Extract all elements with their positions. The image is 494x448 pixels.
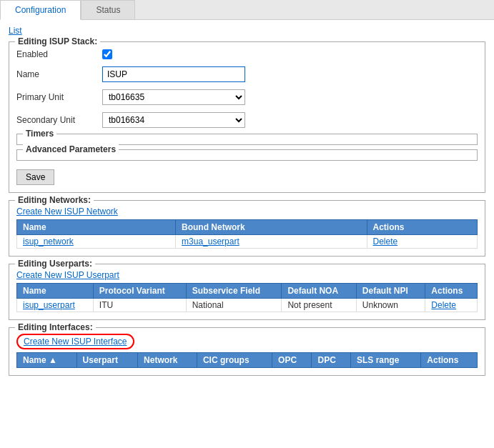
tab-configuration[interactable]: Configuration bbox=[0, 0, 81, 20]
network-bound-link[interactable]: m3ua_userpart bbox=[182, 237, 239, 247]
userpart-col-name: Name bbox=[17, 284, 94, 299]
create-interface-link[interactable]: Create New ISUP Interface bbox=[16, 334, 134, 349]
networks-table: Name Bound Network Actions isup_network … bbox=[16, 219, 478, 249]
advanced-parameters-label: Advanced Parameters bbox=[23, 144, 119, 154]
primary-unit-select[interactable]: tb016635 tb016634 bbox=[102, 89, 245, 105]
networks-section: Editing Networks: Create New ISUP Networ… bbox=[9, 200, 485, 257]
name-label: Name bbox=[16, 69, 102, 79]
enabled-label: Enabled bbox=[16, 49, 102, 59]
userpart-name-link[interactable]: isup_userpart bbox=[23, 300, 75, 310]
table-row: isup_userpart ITU National Not present U… bbox=[17, 299, 478, 312]
userpart-protocol: ITU bbox=[93, 299, 186, 312]
interface-col-userpart: Userpart bbox=[76, 353, 137, 368]
userpart-noa: Not present bbox=[282, 299, 356, 312]
interface-col-actions: Actions bbox=[421, 353, 478, 368]
name-input[interactable] bbox=[102, 66, 245, 82]
create-userpart-link[interactable]: Create New ISUP Userpart bbox=[16, 270, 119, 280]
networks-col-name: Name bbox=[17, 220, 176, 235]
userpart-subservice: National bbox=[186, 299, 282, 312]
networks-col-actions: Actions bbox=[367, 220, 477, 235]
network-delete-link[interactable]: Delete bbox=[373, 237, 398, 247]
userpart-col-actions: Actions bbox=[425, 284, 478, 299]
network-name-link[interactable]: isup_network bbox=[23, 237, 74, 247]
primary-unit-row: Primary Unit tb016635 tb016634 bbox=[16, 88, 478, 106]
primary-unit-label: Primary Unit bbox=[16, 92, 102, 102]
userpart-npi: Unknown bbox=[356, 299, 425, 312]
userpart-col-npi: Default NPI bbox=[356, 284, 425, 299]
interface-col-network: Network bbox=[138, 353, 197, 368]
userparts-title: Editing Userparts: bbox=[15, 259, 95, 269]
table-row: isup_network m3ua_userpart Delete bbox=[17, 235, 478, 249]
main-content: List Editing ISUP Stack: Enabled Name Pr… bbox=[0, 20, 494, 389]
name-row: Name bbox=[16, 65, 478, 84]
list-link[interactable]: List bbox=[9, 26, 22, 36]
save-button[interactable]: Save bbox=[16, 169, 54, 185]
interface-col-dpc: DPC bbox=[312, 353, 351, 368]
networks-col-bound: Bound Network bbox=[176, 220, 367, 235]
userpart-col-subservice: Subservice Field bbox=[186, 284, 282, 299]
networks-title: Editing Networks: bbox=[15, 195, 94, 205]
advanced-parameters-section: Advanced Parameters bbox=[16, 149, 478, 161]
userpart-col-protocol: Protocol Variant bbox=[93, 284, 186, 299]
enabled-checkbox[interactable] bbox=[102, 49, 112, 59]
interface-col-name: Name ▲ bbox=[17, 353, 77, 368]
interface-col-sls: SLS range bbox=[351, 353, 421, 368]
secondary-unit-label: Secondary Unit bbox=[16, 115, 102, 125]
isup-stack-title: Editing ISUP Stack: bbox=[15, 36, 100, 46]
secondary-unit-row: Secondary Unit tb016634 tb016635 bbox=[16, 111, 478, 129]
tab-status[interactable]: Status bbox=[81, 0, 135, 19]
isup-stack-section: Editing ISUP Stack: Enabled Name Primary… bbox=[9, 41, 485, 193]
interfaces-section: Editing Interfaces: Create New ISUP Inte… bbox=[9, 327, 485, 376]
interface-col-opc: OPC bbox=[272, 353, 312, 368]
userparts-section: Editing Userparts: Create New ISUP Userp… bbox=[9, 264, 485, 320]
enabled-row: Enabled bbox=[16, 48, 478, 61]
tab-bar: Configuration Status bbox=[0, 0, 494, 20]
timers-label: Timers bbox=[23, 129, 56, 139]
userpart-delete-link[interactable]: Delete bbox=[431, 300, 456, 310]
create-network-link[interactable]: Create New ISUP Network bbox=[16, 206, 118, 216]
interfaces-table: Name ▲ Userpart Network CIC groups OPC D… bbox=[16, 352, 478, 368]
secondary-unit-select[interactable]: tb016634 tb016635 bbox=[102, 112, 245, 128]
interfaces-title: Editing Interfaces: bbox=[15, 322, 96, 332]
interface-col-cic: CIC groups bbox=[197, 353, 272, 368]
userpart-col-noa: Default NOA bbox=[282, 284, 356, 299]
page-container: Configuration Status List Editing ISUP S… bbox=[0, 0, 494, 448]
timers-section: Timers bbox=[16, 134, 478, 145]
userparts-table: Name Protocol Variant Subservice Field D… bbox=[16, 283, 478, 312]
